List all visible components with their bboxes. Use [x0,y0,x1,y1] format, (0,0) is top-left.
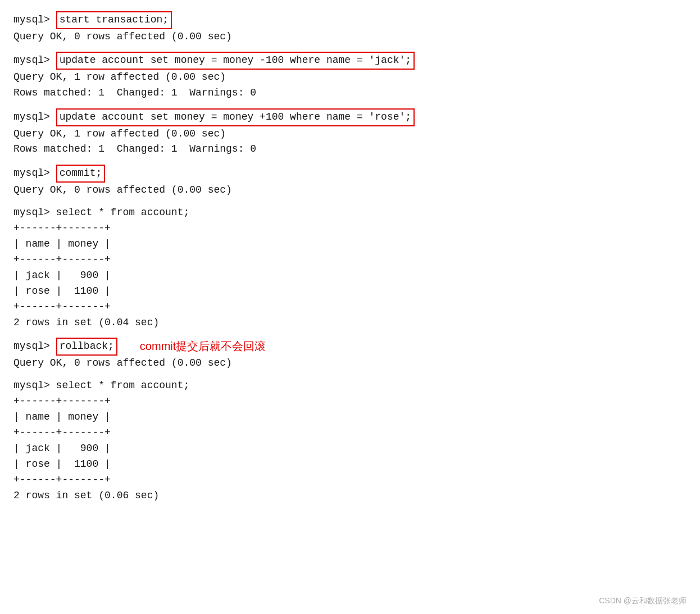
output-15: Query OK, 0 rows affected (0.00 sec) [13,356,687,371]
prompt-4: mysql> [13,166,56,181]
annotation-commit: commit提交后就不会回滚 [140,338,266,355]
output-17: +------+-------+ [13,394,687,410]
output-7: mysql> select * from account; [13,205,687,221]
output-13: +------+-------+ [13,299,687,315]
cmd-box-2: update account set money = money -100 wh… [56,52,415,70]
cmd-line-1: mysql> start transaction; [13,11,687,29]
output-3: Rows matched: 1 Changed: 1 Warnings: 0 [13,85,687,101]
blank-4 [13,198,687,206]
prompt-3: mysql> [13,110,56,125]
cmd-box-5: rollback; [56,338,117,356]
cmd-line-3: mysql> update account set money = money … [13,108,687,126]
output-4: Query OK, 1 row affected (0.00 sec) [13,126,687,142]
output-14: 2 rows in set (0.04 sec) [13,315,687,331]
blank-1 [13,45,687,52]
output-12: | rose | 1100 | [13,284,687,299]
output-8: +------+-------+ [13,221,687,236]
cmd-box-1: start transaction; [56,11,172,29]
cmd-box-3: update account set money = money +100 wh… [56,108,415,126]
output-22: +------+-------+ [13,472,687,488]
cmd-line-5: mysql> rollback;commit提交后就不会回滚 [13,338,687,356]
output-2: Query OK, 1 row affected (0.00 sec) [13,70,687,85]
output-9: | name | money | [13,236,687,252]
watermark: CSDN @云和数据张老师 [599,596,687,606]
blank-5 [13,330,687,338]
blank-3 [13,157,687,165]
terminal-content: mysql> start transaction; Query OK, 0 ro… [13,11,687,504]
output-11: | jack | 900 | [13,268,687,284]
output-20: | jack | 900 | [13,441,687,457]
output-1: Query OK, 0 rows affected (0.00 sec) [13,29,687,45]
output-5: Rows matched: 1 Changed: 1 Warnings: 0 [13,142,687,157]
prompt-5: mysql> [13,339,56,354]
prompt-2: mysql> [13,53,56,69]
output-16: mysql> select * from account; [13,378,687,394]
cmd-line-2: mysql> update account set money = money … [13,52,687,70]
output-10: +------+-------+ [13,252,687,268]
blank-6 [13,371,687,379]
cmd-box-4: commit; [56,165,106,183]
output-21: | rose | 1100 | [13,457,687,472]
output-19: +------+-------+ [13,425,687,441]
prompt-1: mysql> [13,12,56,28]
output-18: | name | money | [13,410,687,425]
output-6: Query OK, 0 rows affected (0.00 sec) [13,183,687,198]
cmd-line-4: mysql> commit; [13,165,687,183]
output-23: 2 rows in set (0.06 sec) [13,488,687,504]
blank-2 [13,101,687,108]
